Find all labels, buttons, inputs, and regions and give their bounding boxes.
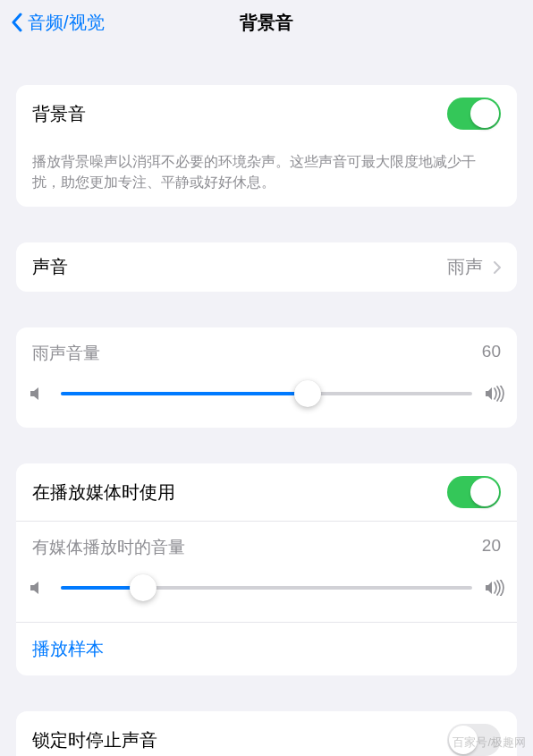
play-sample-button[interactable]: 播放样本 bbox=[16, 622, 517, 675]
media-volume-header: 有媒体播放时的音量 20 bbox=[16, 521, 517, 568]
chevron-left-icon bbox=[11, 13, 22, 32]
nav-header: 音频/视觉 背景音 bbox=[0, 0, 533, 45]
rain-volume-value: 60 bbox=[482, 342, 501, 365]
sound-label: 声音 bbox=[32, 255, 68, 279]
media-volume-slider[interactable] bbox=[61, 575, 472, 600]
rain-volume-slider-row bbox=[16, 374, 517, 428]
watermark: 百家号/极趣网 bbox=[453, 735, 526, 751]
rain-volume-group: 雨声音量 60 bbox=[16, 327, 517, 428]
rain-volume-label: 雨声音量 bbox=[32, 342, 100, 365]
background-sound-toggle-row: 背景音 bbox=[16, 85, 517, 142]
lock-group: 锁定时停止声音 启用时，背景音在 iPad 锁定时将会停止。 bbox=[16, 711, 517, 756]
back-button[interactable]: 音频/视觉 bbox=[11, 11, 105, 35]
page-title: 背景音 bbox=[240, 11, 293, 35]
stop-on-lock-row: 锁定时停止声音 bbox=[16, 711, 517, 756]
background-sound-desc: 播放背景噪声以消弭不必要的环境杂声。这些声音可最大限度地减少干扰，助您更加专注、… bbox=[16, 142, 517, 207]
back-label: 音频/视觉 bbox=[28, 11, 105, 35]
sound-select-group: 声音 雨声 bbox=[16, 242, 517, 292]
volume-low-icon bbox=[29, 386, 48, 402]
stop-on-lock-label: 锁定时停止声音 bbox=[32, 728, 157, 752]
media-group: 在播放媒体时使用 有媒体播放时的音量 20 播放样本 bbox=[16, 463, 517, 675]
volume-high-icon bbox=[485, 386, 504, 402]
chevron-right-icon bbox=[494, 261, 501, 274]
background-sound-group: 背景音 播放背景噪声以消弭不必要的环境杂声。这些声音可最大限度地减少干扰，助您更… bbox=[16, 85, 517, 207]
rain-volume-header: 雨声音量 60 bbox=[16, 327, 517, 374]
media-volume-label: 有媒体播放时的音量 bbox=[32, 536, 185, 559]
background-sound-toggle[interactable] bbox=[447, 98, 501, 130]
media-volume-value: 20 bbox=[482, 536, 501, 559]
background-sound-label: 背景音 bbox=[32, 102, 86, 126]
use-with-media-row: 在播放媒体时使用 bbox=[16, 463, 517, 521]
use-with-media-toggle[interactable] bbox=[447, 476, 501, 508]
volume-high-icon bbox=[485, 580, 504, 596]
volume-low-icon bbox=[29, 580, 48, 596]
use-with-media-label: 在播放媒体时使用 bbox=[32, 480, 175, 505]
rain-volume-slider[interactable] bbox=[61, 381, 472, 406]
sound-select-row[interactable]: 声音 雨声 bbox=[16, 242, 517, 292]
sound-value: 雨声 bbox=[447, 255, 483, 279]
media-volume-slider-row bbox=[16, 568, 517, 622]
